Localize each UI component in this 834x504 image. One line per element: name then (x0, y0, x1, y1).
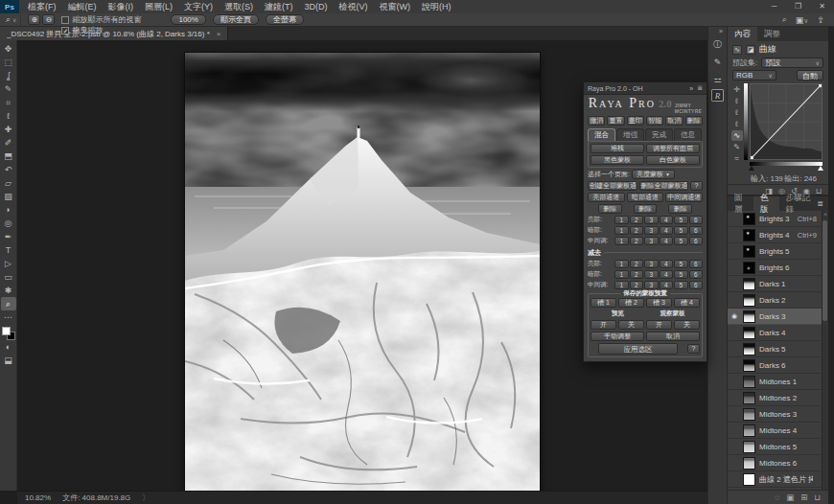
raya-mask-button[interactable]: 白色蒙板 (646, 155, 700, 165)
raya-action-button[interactable]: 取消 (665, 116, 683, 126)
targeted-adjustment-icon[interactable]: ✛ (731, 84, 743, 95)
channel-row[interactable]: ◉ Darks 2 (728, 292, 822, 309)
darks-mask-button[interactable]: 6 (689, 226, 704, 235)
raya-panel-titlebar[interactable]: Raya Pro 2.0 - OH » ≣ (584, 82, 707, 95)
subtract-darks-button[interactable]: 1 (614, 270, 629, 279)
midtones-mask-button[interactable]: 3 (644, 237, 659, 245)
lights-mask-button[interactable]: 3 (644, 216, 659, 224)
expand-panels-icon[interactable]: » (719, 28, 727, 34)
marquee-tool[interactable]: ⬚ (1, 56, 16, 69)
delete-channel-button[interactable]: 删除 (668, 204, 692, 214)
channel-row[interactable]: ◉ Darks 3 (728, 309, 822, 325)
panel-menu-icon[interactable]: ≣ (817, 196, 828, 211)
close-tab-icon[interactable]: × (217, 30, 221, 38)
channel-row[interactable]: ◉ Midtones 2 (728, 390, 822, 406)
menu-item[interactable]: 說明(H) (416, 2, 457, 11)
channel-thumbnail[interactable] (743, 310, 755, 323)
apply-help-button[interactable]: ? (687, 344, 700, 354)
panel-menu-icon[interactable]: ≣ (697, 84, 703, 92)
tool-preset-picker[interactable]: ⌕ ∨ (4, 13, 21, 26)
darks-mask-button[interactable]: 3 (644, 226, 659, 235)
raya-tab-blend[interactable]: 混合 (588, 128, 615, 141)
options-checkbox[interactable]: ✓拖曳縮放 (61, 25, 156, 35)
tab-adjustments[interactable]: 調整 (757, 27, 787, 41)
channel-row[interactable]: ◉ Brights 5 (728, 243, 822, 260)
subtract-midtones-button[interactable]: 3 (644, 281, 659, 289)
save-selection-icon[interactable]: ▣ (786, 493, 794, 502)
channel-row[interactable]: ◉ Brights 6 (728, 260, 822, 276)
edit-curve-points-icon[interactable]: ∿ (731, 130, 743, 141)
canvas-image[interactable] (185, 53, 540, 491)
edit-toolbar-icon[interactable]: ⋯ (1, 310, 16, 324)
eraser-tool[interactable]: ▱ (1, 176, 16, 190)
foreground-color-swatch[interactable] (2, 327, 11, 335)
darks-mask-button[interactable]: 2 (630, 226, 644, 235)
channel-type-button[interactable]: 中间调通道 (665, 193, 703, 202)
black-point-slider[interactable] (749, 166, 754, 171)
zoom-in-button[interactable]: ⊕ (28, 14, 40, 25)
subtract-lights-button[interactable]: 1 (614, 260, 629, 268)
menu-item[interactable]: 檔案(F) (22, 2, 62, 11)
delete-channel-button[interactable]: 删除 (598, 204, 622, 214)
subtract-darks-button[interactable]: 3 (644, 270, 659, 279)
tab-properties[interactable]: 內容 (728, 27, 757, 41)
channel-row[interactable]: ◉ Midtones 1 (728, 374, 822, 390)
midtones-mask-button[interactable]: 1 (614, 237, 629, 245)
draw-curve-pencil-icon[interactable]: ✎ (731, 142, 743, 152)
white-point-eyedropper-icon[interactable]: ℓ (731, 119, 743, 129)
toggle-button[interactable]: 关 (618, 320, 644, 330)
clone-stamp-tool[interactable]: ⬒ (1, 149, 16, 163)
adjustments-panel-icon[interactable]: ⚍ (710, 72, 726, 86)
channel-thumbnail[interactable] (743, 392, 755, 404)
subtract-midtones-button[interactable]: 4 (660, 281, 674, 289)
search-icon[interactable]: ⌕ (782, 14, 787, 25)
midtones-mask-button[interactable]: 2 (630, 237, 644, 245)
preset-dropdown[interactable]: 預設∨ (761, 57, 823, 68)
hand-tool[interactable]: ✱ (1, 284, 16, 297)
raya-action-button[interactable]: 重置 (607, 116, 624, 126)
channel-thumbnail[interactable] (743, 408, 755, 421)
options-checkbox[interactable]: 縮放顯示所有的視窗 (61, 14, 156, 25)
raya-pro-panel-icon[interactable]: R (711, 89, 724, 102)
menu-item[interactable]: 視窗(W) (374, 2, 417, 11)
channel-thumbnail[interactable] (743, 473, 755, 486)
workspace-switcher[interactable]: ▣∨ (796, 15, 809, 25)
subtract-darks-button[interactable]: 5 (674, 270, 688, 279)
auto-button[interactable]: 自動 (797, 70, 823, 80)
status-zoom-level[interactable]: 10.82% (25, 493, 51, 502)
channel-row[interactable]: ◉ Midtones 5 (728, 439, 822, 455)
subtract-lights-button[interactable]: 3 (644, 260, 659, 268)
tab-channels[interactable]: 色版 (753, 196, 779, 211)
color-swatches[interactable] (2, 327, 15, 340)
channels-scrollbar[interactable]: ˄ (822, 211, 828, 490)
scrollbar-thumb[interactable] (822, 220, 827, 321)
channel-row[interactable]: ◉ 曲線 2 遮色片 拷貝 (728, 471, 822, 488)
zoom-out-button[interactable]: ⊖ (42, 14, 55, 25)
curves-histogram[interactable]: ✛ℓℓℓ∿✎≈ (730, 83, 824, 172)
screen-mode-icon[interactable]: ⬓ (1, 354, 16, 367)
blur-tool[interactable]: ◗ (1, 203, 16, 217)
gray-point-eyedropper-icon[interactable]: ℓ (731, 107, 743, 118)
lights-mask-button[interactable]: 1 (614, 216, 629, 224)
zoom-tool[interactable]: ⌕ (1, 297, 16, 310)
toggle-button[interactable]: 开 (591, 320, 616, 330)
brush-tool[interactable]: ✐ (1, 136, 16, 149)
eye-icon[interactable]: ◉ (730, 312, 739, 320)
previous-state-icon[interactable]: ◎ (778, 187, 785, 195)
create-all-channels-button[interactable]: 创建全部蒙板通道 (588, 181, 637, 191)
channel-row[interactable]: ◉ Darks 5 (728, 341, 822, 357)
apply-selection-button[interactable]: 应用选区 (598, 343, 678, 355)
scroll-up-icon[interactable]: ˄ (822, 212, 828, 218)
channel-thumbnail[interactable] (743, 229, 755, 241)
gradient-tool[interactable]: ▨ (1, 190, 16, 203)
toggle-button[interactable]: 关 (674, 320, 700, 330)
subtract-midtones-button[interactable]: 1 (614, 281, 629, 289)
subtract-lights-button[interactable]: 4 (660, 260, 674, 268)
channel-thumbnail[interactable] (743, 376, 755, 388)
lights-mask-button[interactable]: 4 (660, 216, 674, 224)
fill-screen-button[interactable]: 全螢幕 (266, 14, 304, 25)
healing-brush-tool[interactable]: ✚ (1, 123, 16, 136)
channel-thumbnail[interactable] (743, 213, 755, 225)
channel-type-button[interactable]: 暗部通道 (627, 193, 664, 202)
restore-button[interactable]: ❐ (786, 0, 810, 13)
